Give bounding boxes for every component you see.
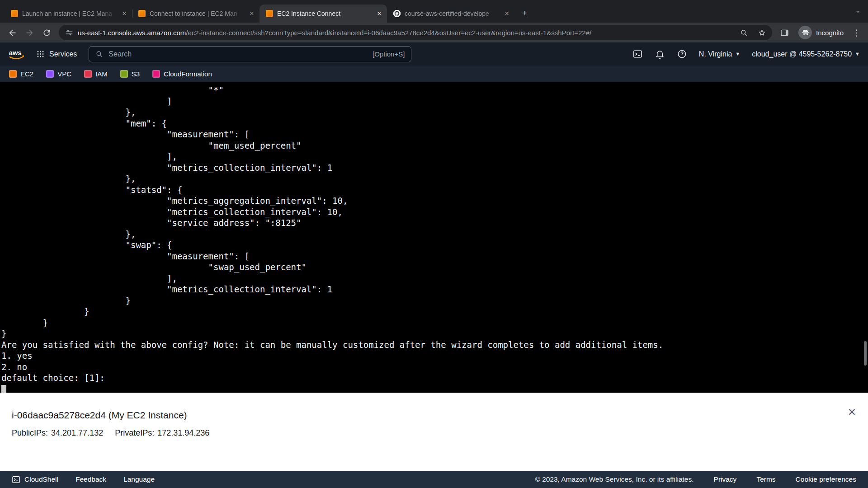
favorites-label: IAM [95,70,108,78]
cloudshell-label: CloudShell [24,475,58,483]
back-icon[interactable] [5,25,20,40]
scrollbar-thumb[interactable] [864,341,867,366]
browser-tab[interactable]: Launch an instance | EC2 Mana✕ [5,5,132,23]
new-tab-button[interactable]: + [518,7,532,20]
favorites-label: EC2 [20,70,33,78]
ec2-favicon [11,10,18,17]
browser-tab[interactable]: Connect to instance | EC2 Man✕ [132,5,259,23]
favorites-item-cloudformation[interactable]: CloudFormation [152,70,212,78]
footer-copyright: © 2023, Amazon Web Services, Inc. or its… [535,475,693,483]
chevron-down-icon: ▼ [855,52,860,56]
incognito-label: Incognito [816,29,844,37]
cloudshell-terminal-icon [12,475,20,484]
favorites-item-vpc[interactable]: VPC [46,70,71,78]
aws-logo[interactable]: aws [8,47,29,61]
aws-logo-text: aws [9,49,22,56]
panel-close-icon[interactable]: ✕ [848,407,856,418]
public-ip-label: PublicIPs: [12,428,48,438]
side-panel-icon[interactable] [777,25,792,40]
tab-close-icon[interactable]: ✕ [248,9,256,18]
zoom-icon[interactable] [737,26,750,39]
account-menu[interactable]: cloud_user @ 4595-5262-8750 ▼ [752,50,860,58]
footer-privacy-link[interactable]: Privacy [714,475,737,483]
private-ip-value: 172.31.94.236 [157,428,209,438]
search-shortcut-hint: [Option+S] [373,50,405,58]
tab-search-chevron-icon[interactable]: ⌄ [855,6,861,14]
incognito-profile-chip[interactable]: Incognito [794,26,848,39]
browser-toolbar: us-east-1.console.aws.amazon.com/ec2-ins… [0,23,868,42]
notifications-bell-icon[interactable] [655,49,665,59]
favorites-label: CloudFormation [164,70,212,78]
tab-title: Launch an instance | EC2 Mana [22,10,116,17]
incognito-icon [798,26,812,39]
search-icon [95,50,103,58]
browser-tab-strip: Launch an instance | EC2 Mana✕Connect to… [0,0,868,23]
favorites-item-s3[interactable]: S3 [120,70,140,78]
favorites-bar: EC2VPCIAMS3CloudFormation [0,66,868,82]
services-label: Services [49,50,77,58]
ec2-favicon [138,10,146,17]
browser-tab[interactable]: course-aws-certified-develope✕ [387,5,514,23]
region-selector[interactable]: N. Virginia ▼ [699,50,740,58]
header-right-controls: N. Virginia ▼ cloud_user @ 4595-5262-875… [632,49,860,59]
iam-service-icon [84,70,92,78]
browser-menu-icon[interactable]: ⋮ [850,28,863,38]
console-footer: CloudShell Feedback Language © 2023, Ama… [0,471,868,488]
site-settings-icon[interactable] [65,28,73,37]
ec2-service-icon [9,70,17,78]
bookmark-star-icon[interactable] [755,26,769,39]
footer-feedback-link[interactable]: Feedback [75,475,106,483]
instance-ips: PublicIPs: 34.201.77.132 PrivateIPs: 172… [12,428,856,438]
vpc-service-icon [46,70,54,78]
public-ip-value: 34.201.77.132 [51,428,103,438]
ec2-instance-connect-terminal[interactable]: "*" ] }, "mem": { "measurement": [ "mem_… [0,82,868,393]
tab-close-icon[interactable]: ✕ [120,9,128,18]
s3-service-icon [120,70,128,78]
cloudformation-service-icon [152,70,160,78]
reload-icon[interactable] [39,25,54,40]
instance-info-panel: i-06daac9a5278ce2d4 (My EC2 Instance) Pu… [0,393,868,471]
url-text: us-east-1.console.aws.amazon.com/ec2-ins… [78,29,732,37]
footer-terms-link[interactable]: Terms [756,475,775,483]
browser-tab[interactable]: EC2 Instance Connect✕ [259,5,387,23]
url-path: /ec2-instance-connect/ssh?connType=stand… [186,29,591,37]
console-search-input[interactable] [108,50,368,59]
ec2-favicon [266,10,273,17]
help-icon[interactable] [677,49,687,59]
footer-cookie-preferences-link[interactable]: Cookie preferences [796,475,856,483]
cloudshell-icon[interactable] [632,49,643,59]
account-label: cloud_user @ 4595-5262-8750 [752,50,852,58]
footer-language-link[interactable]: Language [123,475,155,483]
tab-title: Connect to instance | EC2 Man [150,10,244,17]
favorites-label: S3 [132,70,140,78]
console-search-bar[interactable]: [Option+S] [89,46,411,62]
favorites-item-ec2[interactable]: EC2 [9,70,33,78]
apps-grid-icon [36,50,45,58]
tab-list: Launch an instance | EC2 Mana✕Connect to… [5,5,514,23]
favorites-label: VPC [57,70,71,78]
favorites-item-iam[interactable]: IAM [84,70,108,78]
terminal-cursor [1,385,6,393]
services-menu[interactable]: Services [36,50,77,58]
github-favicon [393,10,401,17]
terminal-output: "*" ] }, "mem": { "measurement": [ "mem_… [0,82,868,384]
private-ip-label: PrivateIPs: [115,428,154,438]
region-label: N. Virginia [699,50,732,58]
tab-title: EC2 Instance Connect [277,10,371,17]
aws-console-header: aws Services [Option+S] N. Virginia [0,42,868,66]
tab-close-icon[interactable]: ✕ [375,9,383,18]
screen: Launch an instance | EC2 Mana✕Connect to… [0,0,868,488]
url-bar[interactable]: us-east-1.console.aws.amazon.com/ec2-ins… [59,25,772,40]
tab-close-icon[interactable]: ✕ [503,9,511,18]
instance-title: i-06daac9a5278ce2d4 (My EC2 Instance) [12,410,856,421]
tab-title: course-aws-certified-develope [405,10,499,17]
forward-icon[interactable] [22,25,37,40]
footer-cloudshell-button[interactable]: CloudShell [12,475,58,484]
chevron-down-icon: ▼ [735,52,740,56]
url-domain: us-east-1.console.aws.amazon.com [78,29,186,37]
